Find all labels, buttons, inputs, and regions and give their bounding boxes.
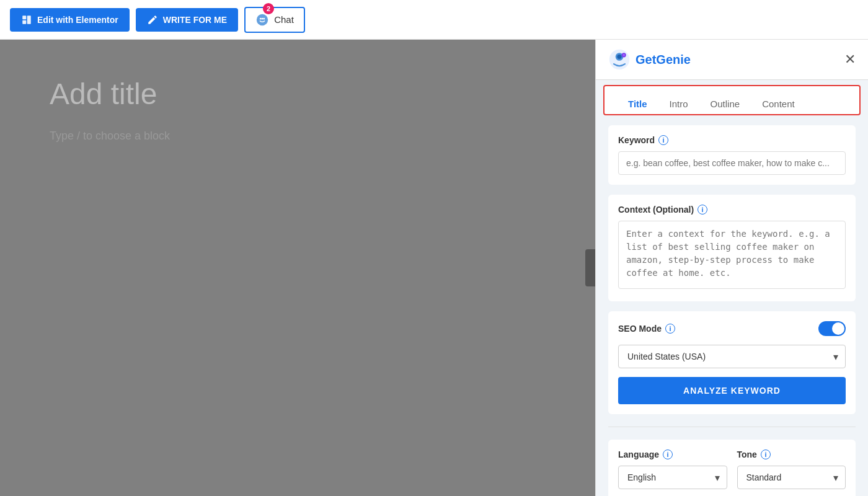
editor-block-placeholder: Type / to choose a block [50, 130, 546, 143]
tone-select[interactable]: Standard Formal Casual Persuasive Inform… [737, 466, 846, 489]
language-tone-section: Language i English Spanish French German… [608, 440, 856, 496]
context-label: Context (Optional) i [618, 205, 846, 215]
tone-label: Tone i [737, 450, 846, 459]
language-select-wrapper: English Spanish French German Italian ▾ [618, 466, 727, 489]
language-column: Language i English Spanish French German… [618, 450, 727, 496]
language-select[interactable]: English Spanish French German Italian [618, 466, 727, 489]
context-input[interactable] [618, 221, 846, 289]
toggle-knob [832, 322, 844, 335]
panel-logo: GetGenie [608, 48, 691, 71]
svg-point-6 [264, 17, 265, 19]
seo-mode-row: SEO Mode i [618, 321, 846, 336]
seo-section: SEO Mode i United States (USA) United Ki… [608, 311, 856, 414]
country-select[interactable]: United States (USA) United Kingdom (UK) … [618, 345, 846, 368]
editor-area: Add title Type / to choose a block [0, 40, 595, 496]
panel-close-button[interactable]: ✕ [844, 53, 856, 66]
lang-tone-row: Language i English Spanish French German… [618, 450, 846, 496]
svg-point-9 [617, 55, 621, 59]
svg-point-11 [622, 54, 625, 56]
getgenie-logo-icon [608, 48, 631, 71]
seo-mode-toggle[interactable] [818, 321, 846, 336]
main-area: Add title Type / to choose a block GetGe… [0, 40, 868, 496]
panel-header: GetGenie ✕ [596, 40, 868, 80]
svg-point-5 [262, 17, 264, 19]
analyze-keyword-button[interactable]: ANALYZE KEYWORD [618, 377, 846, 404]
svg-rect-0 [22, 16, 26, 19]
editor-side-handle [585, 249, 595, 286]
svg-point-3 [257, 14, 268, 25]
seo-info-icon[interactable]: i [665, 324, 675, 334]
svg-rect-1 [22, 20, 26, 24]
write-for-me-button[interactable]: WRITE FOR ME [136, 8, 238, 32]
right-panel: GetGenie ✕ Title Intro Outline Content K… [595, 40, 868, 496]
language-info-icon[interactable]: i [663, 450, 673, 459]
tab-title[interactable]: Title [617, 94, 658, 114]
keyword-section: Keyword i [608, 125, 856, 185]
tone-column: Tone i Standard Formal Casual Persuasive… [737, 450, 846, 496]
svg-point-4 [260, 17, 262, 19]
tab-intro[interactable]: Intro [658, 94, 699, 114]
language-label: Language i [618, 450, 727, 459]
chat-badge: 2 [263, 3, 274, 14]
country-select-wrapper: United States (USA) United Kingdom (UK) … [618, 345, 846, 368]
seo-mode-label: SEO Mode i [618, 324, 675, 334]
svg-rect-2 [27, 16, 31, 24]
context-info-icon[interactable]: i [698, 205, 707, 215]
chat-icon [255, 13, 269, 27]
panel-body: Keyword i Context (Optional) i SEO Mode [596, 115, 868, 496]
pen-icon [147, 14, 158, 25]
tone-select-wrapper: Standard Formal Casual Persuasive Inform… [737, 466, 846, 489]
panel-tabs: Title Intro Outline Content [603, 85, 861, 115]
tone-info-icon[interactable]: i [761, 450, 771, 459]
tab-outline[interactable]: Outline [699, 94, 751, 114]
keyword-input[interactable] [618, 151, 846, 175]
context-section: Context (Optional) i [608, 195, 856, 301]
keyword-label: Keyword i [618, 135, 846, 145]
chat-button[interactable]: 2 Chat [244, 7, 305, 33]
tab-content[interactable]: Content [751, 94, 806, 114]
toolbar: Edit with Elementor WRITE FOR ME 2 Chat [0, 0, 868, 40]
edit-elementor-button[interactable]: Edit with Elementor [10, 8, 130, 32]
elementor-icon [21, 14, 32, 25]
editor-title-placeholder: Add title [50, 77, 546, 111]
keyword-info-icon[interactable]: i [658, 135, 668, 145]
divider [608, 427, 856, 427]
